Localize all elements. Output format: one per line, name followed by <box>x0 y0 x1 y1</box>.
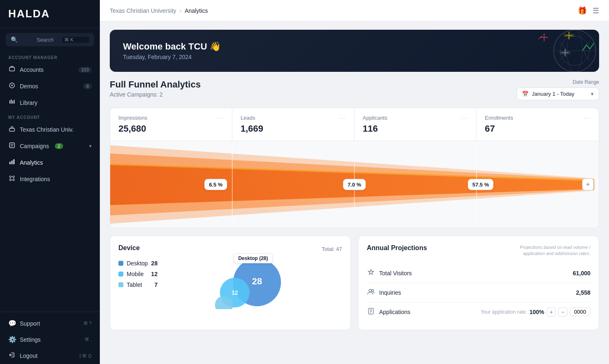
applicants-value: 116 <box>363 123 468 134</box>
calendar-icon: 📅 <box>522 91 529 97</box>
projection-inquiries: Inquiries 2,558 <box>367 283 590 303</box>
device-chart: Desktop (28) 28 12 <box>164 253 342 311</box>
svg-point-38 <box>372 289 374 291</box>
breadcrumb-analytics: Analytics <box>185 7 208 14</box>
sidebar-item-library[interactable]: Library <box>0 95 100 111</box>
sidebar-item-tcu[interactable]: Texas Christian Univ. <box>0 121 100 138</box>
mobile-color-dot <box>118 272 123 277</box>
date-range-section: Date Range 📅 January 1 - Today ▾ <box>517 79 599 100</box>
integrations-icon <box>8 175 16 183</box>
sidebar-item-campaigns[interactable]: Campaigns 2 ▾ <box>0 138 100 154</box>
accounts-icon <box>8 66 16 74</box>
enrollments-menu[interactable]: ··· <box>583 115 590 121</box>
sidebar-item-accounts[interactable]: Accounts 103 <box>0 61 100 78</box>
device-item-desktop: Desktop 28 <box>118 260 158 267</box>
gift-icon[interactable]: 🎁 <box>578 6 587 15</box>
sidebar-item-support[interactable]: 💬 Support ⌘ ? <box>0 315 100 331</box>
page-content: Welcome back TCU 👋 Tuesday, February 7, … <box>100 21 609 364</box>
analytics-title-block: Full Funnel Analytics Active Campaigns: … <box>110 79 201 98</box>
campaigns-badge: 2 <box>55 143 63 149</box>
leads-value: 1,669 <box>241 123 346 134</box>
visitors-icon <box>367 269 375 278</box>
svg-rect-11 <box>14 159 15 164</box>
sidebar-bottom: 💬 Support ⌘ ? ⚙️ Settings ⌘ . Logout ⇧⌘ … <box>0 312 100 364</box>
device-item-tablet: Tablet 7 <box>118 281 158 288</box>
settings-shortcut: ⌘ . <box>85 337 92 342</box>
analytics-icon <box>8 158 16 167</box>
metric-enrollments: Enrollments ··· 67 <box>477 108 599 141</box>
campaigns-icon <box>8 142 16 150</box>
sidebar: HALDA 🔍 Search ⌘ K ACCOUNT MANAGER Accou… <box>0 0 100 364</box>
conversion-badge-1: 6.5 % <box>204 179 227 190</box>
app-rate-increase-button[interactable]: + <box>547 307 556 317</box>
integrations-label: Integrations <box>20 176 50 182</box>
app-rate-input[interactable] <box>570 307 590 316</box>
svg-rect-9 <box>9 162 11 164</box>
campaigns-label: Campaigns <box>20 143 49 149</box>
projection-applications: Applications Your application rate: 100%… <box>367 303 590 321</box>
metric-leads: Leads ··· 1,669 <box>232 108 354 141</box>
section-label-account-manager: ACCOUNT MANAGER <box>0 51 100 61</box>
metric-impressions: Impressions ··· 25,680 <box>110 108 232 141</box>
breadcrumb: Texas Christian University › Analytics <box>110 7 208 14</box>
sidebar-item-integrations[interactable]: Integrations <box>0 171 100 187</box>
svg-rect-0 <box>9 67 14 71</box>
tablet-count: 7 <box>154 281 158 288</box>
device-title: Device <box>118 244 140 252</box>
settings-icon: ⚙️ <box>8 336 16 343</box>
desktop-tooltip: Desktop (28) <box>234 253 272 263</box>
leads-menu[interactable]: ··· <box>339 115 346 121</box>
svg-text:28: 28 <box>252 276 262 286</box>
applicants-label: Applicants <box>363 115 387 121</box>
sidebar-item-logout[interactable]: Logout ⇧⌘ Q <box>0 347 100 364</box>
sidebar-item-demos[interactable]: Demos 8 <box>0 78 100 95</box>
app-rate-decrease-button[interactable]: − <box>558 307 567 317</box>
svg-point-12 <box>9 176 11 177</box>
funnel-add-button[interactable]: + <box>582 179 594 190</box>
topbar: Texas Christian University › Analytics 🎁… <box>100 0 609 21</box>
logout-label: Logout <box>20 352 38 359</box>
tablet-color-dot <box>118 282 123 287</box>
sidebar-item-analytics[interactable]: Analytics <box>0 154 100 171</box>
svg-point-15 <box>13 179 14 181</box>
desktop-count: 28 <box>151 260 158 267</box>
demos-icon <box>8 82 16 90</box>
breadcrumb-tcu[interactable]: Texas Christian University <box>110 7 176 14</box>
mobile-label: Mobile <box>127 271 144 277</box>
main-content: Texas Christian University › Analytics 🎁… <box>100 0 609 364</box>
dropdown-chevron-icon: ▾ <box>591 91 594 97</box>
funnel-card: Impressions ··· 25,680 Leads ··· 1,669 A… <box>110 108 599 228</box>
tcu-icon <box>8 125 16 134</box>
campaigns-chevron: ▾ <box>89 143 92 149</box>
date-range-select[interactable]: 📅 January 1 - Today ▾ <box>517 87 599 100</box>
impressions-menu[interactable]: ··· <box>217 115 224 121</box>
svg-rect-4 <box>11 99 12 104</box>
svg-rect-21 <box>564 34 574 37</box>
analytics-header: Full Funnel Analytics Active Campaigns: … <box>110 79 599 100</box>
projections-header: Annual Projections Projections based on … <box>367 244 590 257</box>
accounts-label: Accounts <box>20 66 44 73</box>
sidebar-item-settings[interactable]: ⚙️ Settings ⌘ . <box>0 331 100 347</box>
application-rate-controls: Your application rate: 100% + − <box>481 307 590 317</box>
logout-icon <box>8 352 16 360</box>
mobile-count: 12 <box>151 271 158 277</box>
svg-rect-6 <box>14 100 15 104</box>
svg-rect-7 <box>9 128 14 131</box>
applicants-menu[interactable]: ··· <box>461 115 468 121</box>
logout-shortcut: ⇧⌘ Q <box>78 353 92 359</box>
support-icon: 💬 <box>8 319 16 327</box>
enrollments-value: 67 <box>485 123 590 134</box>
funnel-metrics: Impressions ··· 25,680 Leads ··· 1,669 A… <box>110 108 599 141</box>
projection-visitors: Total Visitors 61,000 <box>367 264 590 283</box>
svg-text:12: 12 <box>232 289 238 296</box>
welcome-date: Tuesday, February 7, 2024 <box>123 54 586 60</box>
enrollments-label: Enrollments <box>485 115 513 121</box>
support-label: Support <box>20 320 40 327</box>
projection-list: Total Visitors 61,000 Inquiries 2,558 <box>367 264 590 321</box>
search-shortcut: ⌘ K <box>62 37 89 43</box>
menu-icon[interactable]: ☰ <box>592 6 599 15</box>
search-button[interactable]: 🔍 Search ⌘ K <box>6 33 94 46</box>
library-icon <box>8 99 16 107</box>
welcome-banner: Welcome back TCU 👋 Tuesday, February 7, … <box>110 30 599 72</box>
inquiries-icon <box>367 288 375 297</box>
